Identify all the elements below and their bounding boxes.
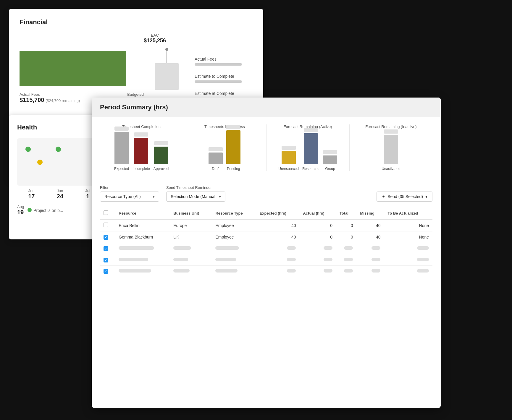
legend-bar-actual-fees	[195, 63, 242, 66]
chart-forecast-active: Forecast Remaining (Active) Unresourced …	[267, 124, 350, 171]
missing-erica: 40	[356, 219, 384, 231]
health-dot-green-1	[25, 147, 31, 152]
reminder-mode-select[interactable]: Selection Mode (Manual ▾	[166, 192, 225, 202]
header-checkbox[interactable]	[104, 210, 108, 215]
reminder-label: Send Timesheet Reminder	[166, 185, 225, 190]
bar-expected: Expected	[114, 127, 129, 171]
table-row: Erica Bellini Europe Employee 40 0 0 40 …	[100, 219, 432, 231]
reminder-group: Send Timesheet Reminder Selection Mode (…	[166, 185, 225, 202]
table-row: ✓ Gemma Blackburn UK Employee 40 0 0 40 …	[100, 231, 432, 243]
period-header: Period Summary (hrs)	[92, 98, 441, 117]
filter-row: Filter Resource Type (All) ▾ Send Timesh…	[100, 185, 432, 202]
th-resource: Resource	[115, 207, 170, 219]
health-status-dot	[28, 208, 32, 212]
bar-pending: Pending	[226, 125, 240, 171]
th-actualized: To Be Actualized	[384, 207, 432, 219]
resource-name-erica: Erica Bellini	[115, 219, 170, 231]
resources-table: Resource Business Unit Resource Type Exp…	[100, 207, 432, 277]
actual-fees-footer: Actual Fees $115,700 ($24,700 remaining)	[20, 92, 80, 103]
health-status-text: Project is on b...	[33, 208, 63, 213]
unit-erica: Europe	[170, 219, 212, 231]
table-row: ✓	[100, 265, 432, 277]
reminder-mode-value: Selection Mode (Manual	[171, 194, 215, 199]
bar-draft: Draft	[209, 147, 223, 171]
expected-gemma: 40	[256, 231, 300, 243]
legend-bar-estimate-complete	[195, 80, 242, 83]
bar-chart-forecast-active: Unresourced Resourced Group	[271, 132, 345, 171]
actual-fees-bar	[20, 51, 126, 86]
type-gemma: Employee	[212, 231, 256, 243]
send-button[interactable]: ✈ Send (35 Selected) ▾	[377, 192, 432, 202]
period-title: Period Summary (hrs)	[100, 103, 432, 111]
eac-dot	[165, 48, 168, 51]
resource-name-gemma: Gemma Blackburn	[115, 231, 170, 243]
eac-line	[167, 51, 167, 63]
missing-gemma: 40	[356, 231, 384, 243]
th-missing: Missing	[356, 207, 384, 219]
actual-fees-sub: ($24,700 remaining)	[46, 98, 80, 103]
bar-unactivated: Unactivated	[382, 129, 400, 171]
unit-gemma: UK	[170, 231, 212, 243]
health-date-jul1: Jul 1	[85, 189, 90, 200]
eac-gray-bar	[155, 63, 179, 90]
health-dot-yellow	[37, 160, 43, 165]
bar-unresourced: Unresourced	[278, 146, 299, 171]
th-resource-type: Resource Type	[212, 207, 256, 219]
charts-row: Timesheet Completion Expected Incomplete	[100, 124, 432, 178]
budgeted-label: Budgeted	[127, 92, 152, 97]
actual-fees-amount: $115,700	[20, 97, 44, 103]
send-chevron-icon: ▾	[425, 194, 427, 199]
table-header-row: Resource Business Unit Resource Type Exp…	[100, 207, 432, 219]
total-erica: 0	[336, 219, 356, 231]
send-button-label: Send (35 Selected)	[387, 194, 423, 199]
filter-resource-type-value: Resource Type (All)	[104, 194, 141, 199]
eac-label: EAC	[144, 33, 166, 38]
filter-group: Filter Resource Type (All) ▾	[100, 185, 159, 202]
legend-item-estimate-complete: Estimate to Complete	[195, 74, 242, 83]
health-title: Health	[17, 124, 101, 131]
table-row: ✓	[100, 243, 432, 254]
bar-resourced: Resourced	[302, 128, 319, 171]
legend-item-actual-fees: Actual Fees	[195, 57, 242, 66]
health-dot-green-2	[56, 147, 61, 152]
expected-erica: 40	[256, 219, 300, 231]
period-card: Period Summary (hrs) Timesheet Completio…	[92, 98, 441, 408]
health-aug-row: Aug 19 Project is on b...	[17, 205, 101, 216]
bar-group: Group	[323, 150, 337, 171]
th-actual-hrs: Actual (hrs)	[299, 207, 336, 219]
bar-chart-forecast-inactive: Unactivated	[354, 132, 428, 171]
total-gemma: 0	[336, 231, 356, 243]
send-icon: ✈	[382, 194, 385, 199]
health-dates: Jun 17 Jun 24 Jul 1	[17, 189, 101, 200]
bar-chart-progress: Draft Pending	[188, 132, 261, 171]
type-erica: Employee	[212, 219, 256, 231]
filter-resource-type-select[interactable]: Resource Type (All) ▾	[100, 192, 159, 202]
bar-chart-completion: Expected Incomplete Approved	[105, 132, 178, 171]
row-checkbox-blur2[interactable]: ✓	[104, 258, 108, 262]
bar-incomplete: Incomplete	[133, 132, 150, 171]
actualized-gemma: None	[384, 231, 432, 243]
row-checkbox-blur3[interactable]: ✓	[104, 269, 108, 274]
health-aug-date: Aug 19	[17, 205, 24, 216]
row-checkbox-gemma[interactable]: ✓	[104, 235, 108, 240]
row-checkbox-erica[interactable]	[104, 223, 108, 227]
chart-timesheet-completion: Timesheet Completion Expected Incomplete	[100, 124, 183, 171]
chart-timesheets-progress: Timesheets In Progress Draft Pending	[183, 124, 266, 171]
row-checkbox-blur1[interactable]: ✓	[104, 246, 108, 251]
actual-fees-label: Actual Fees	[20, 92, 80, 97]
health-chart	[17, 138, 101, 186]
th-checkbox	[100, 207, 115, 219]
table-row: ✓	[100, 254, 432, 266]
health-date-jun24: Jun 24	[57, 189, 63, 200]
health-date-jun17: Jun 17	[28, 189, 35, 200]
eac-value: $125,256	[144, 38, 166, 44]
actual-gemma: 0	[299, 231, 336, 243]
bar-approved: Approved	[154, 141, 169, 171]
filter-chevron-icon: ▾	[153, 194, 155, 199]
financial-title: Financial	[20, 18, 253, 26]
th-total: Total	[336, 207, 356, 219]
reminder-chevron-icon: ▾	[219, 194, 221, 199]
actual-erica: 0	[299, 219, 336, 231]
actualized-erica: None	[384, 219, 432, 231]
period-body: Timesheet Completion Expected Incomplete	[92, 117, 441, 284]
